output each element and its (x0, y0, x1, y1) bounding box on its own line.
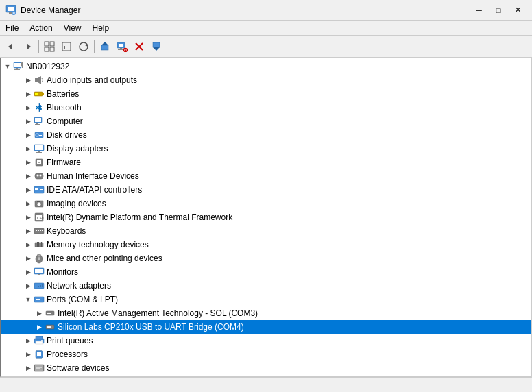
menu-action[interactable]: Action (24, 21, 58, 35)
svg-rect-30 (14, 69, 20, 70)
svg-text:CPU: CPU (37, 216, 45, 220)
menu-view[interactable]: View (58, 21, 87, 35)
svg-rect-89 (42, 284, 43, 287)
expand-keyboards[interactable]: ▶ (23, 225, 34, 236)
tree-item-sound[interactable]: ▶Sound, video and game controllers (1, 375, 531, 377)
svg-rect-106 (37, 352, 41, 356)
expand-display[interactable]: ▶ (23, 143, 34, 154)
svg-rect-52 (38, 151, 40, 152)
expand-firmware[interactable]: ▶ (23, 157, 34, 168)
menu-file[interactable]: File (0, 21, 24, 35)
tree-item-display[interactable]: ▶Display adapters (1, 142, 531, 156)
svg-rect-80 (40, 242, 40, 247)
refresh-button[interactable] (75, 38, 92, 55)
tree-item-software[interactable]: ▶Software devices (1, 361, 531, 375)
remove-device-button[interactable] (131, 38, 147, 55)
tree-item-processors[interactable]: ▶Processors (1, 347, 531, 361)
svg-rect-31 (21, 62, 23, 66)
expand-ports-intel[interactable]: ▶ (34, 308, 45, 319)
update-driver-button[interactable] (97, 38, 113, 55)
tree-item-ports-intel[interactable]: ▶Intel(R) Active Management Technology -… (1, 306, 531, 320)
tree-item-keyboards[interactable]: ▶Keyboards (1, 224, 531, 238)
tree-item-memory[interactable]: ▶Memory technology devices (1, 238, 531, 252)
tree-item-mice[interactable]: ▶Mice and other pointing devices (1, 252, 531, 265)
tree-item-ports[interactable]: ▼Ports (COM & LPT) (1, 293, 531, 306)
tree-item-imaging[interactable]: ▶Imaging devices (1, 197, 531, 210)
expand-sound[interactable]: ▶ (23, 376, 34, 377)
label-keyboards: Keyboards (47, 226, 86, 236)
expand-network[interactable]: ▶ (23, 280, 34, 291)
show-hide-button[interactable] (41, 38, 58, 55)
minimize-button[interactable]: ─ (470, 3, 488, 17)
tree-root[interactable]: ▼ NB0012932 (1, 60, 531, 73)
expand-hid[interactable]: ▶ (23, 171, 34, 182)
label-disk: Disk drives (47, 130, 87, 140)
svg-rect-79 (38, 242, 39, 247)
svg-rect-57 (35, 173, 43, 179)
expand-processors[interactable]: ▶ (23, 349, 34, 360)
svg-rect-86 (35, 269, 43, 273)
root-label: NB0012932 (26, 62, 69, 71)
expand-bluetooth[interactable]: ▶ (23, 102, 34, 113)
tree-item-disk[interactable]: ▶Disk drives (1, 128, 531, 142)
label-monitors: Monitors (47, 267, 78, 277)
svg-rect-77 (36, 242, 36, 247)
tree-item-hid[interactable]: ▶Human Interface Devices (1, 169, 531, 183)
expand-ide[interactable]: ▶ (23, 184, 34, 195)
device-tree[interactable]: ▼ NB0012932 ▶Audio inputs and outputs▶Ba… (0, 58, 532, 377)
tree-item-print[interactable]: ▶Print queues (1, 334, 531, 347)
scan-button[interactable] (114, 38, 130, 55)
forward-button[interactable] (20, 38, 36, 55)
battery-icon (34, 88, 45, 99)
expand-print[interactable]: ▶ (23, 335, 34, 346)
menu-help[interactable]: Help (87, 21, 115, 35)
expand-monitors[interactable]: ▶ (23, 267, 34, 278)
monitor-icon (34, 267, 45, 278)
tree-item-bluetooth[interactable]: ▶Bluetooth (1, 101, 531, 114)
expand-mice[interactable]: ▶ (23, 253, 34, 264)
svg-point-84 (37, 254, 41, 257)
window-controls[interactable]: ─ □ ✕ (470, 3, 527, 17)
expand-imaging[interactable]: ▶ (23, 198, 34, 209)
expand-memory[interactable]: ▶ (23, 239, 34, 250)
svg-rect-61 (35, 188, 38, 190)
ide-icon (34, 184, 45, 195)
svg-rect-49 (39, 135, 42, 136)
svg-rect-78 (37, 242, 38, 247)
svg-rect-72 (38, 230, 39, 231)
processor-icon (34, 349, 45, 360)
svg-rect-28 (14, 63, 21, 67)
tree-item-firmware[interactable]: ▶Firmware (1, 156, 531, 169)
root-expand[interactable]: ▼ (2, 61, 13, 72)
close-button[interactable]: ✕ (509, 3, 527, 17)
tree-item-ide[interactable]: ▶IDE ATA/ATAPI controllers (1, 183, 531, 197)
svg-rect-44 (36, 123, 38, 124)
tree-item-ports-silicon[interactable]: ▶Silicon Labs CP210x USB to UART Bridge … (1, 320, 531, 334)
properties-button[interactable]: i (58, 38, 75, 55)
add-driver-button[interactable] (148, 38, 165, 55)
svg-rect-93 (36, 299, 38, 300)
tree-item-computer[interactable]: ▶Computer (1, 114, 531, 128)
audio-icon (34, 75, 45, 86)
expand-disk[interactable]: ▶ (23, 130, 34, 140)
tree-item-intel[interactable]: ▶CPUIntel(R) Dynamic Platform and Therma… (1, 210, 531, 224)
expand-ports[interactable]: ▼ (23, 294, 34, 305)
main-area: ▼ NB0012932 ▶Audio inputs and outputs▶Ba… (0, 58, 532, 377)
expand-ports-silicon[interactable]: ▶ (34, 321, 45, 332)
tree-item-monitors[interactable]: ▶Monitors (1, 265, 531, 279)
expand-batteries[interactable]: ▶ (23, 88, 34, 99)
tree-item-network[interactable]: ▶Network adapters (1, 279, 531, 293)
tree-item-audio[interactable]: ▶Audio inputs and outputs (1, 73, 531, 87)
expand-computer[interactable]: ▶ (23, 116, 34, 127)
svg-rect-100 (49, 326, 51, 328)
tree-item-batteries[interactable]: ▶Batteries (1, 87, 531, 101)
back-button[interactable] (3, 38, 19, 55)
expand-audio[interactable]: ▶ (23, 75, 34, 86)
bluetooth-icon (34, 102, 45, 113)
svg-rect-33 (35, 78, 38, 82)
maximize-button[interactable]: □ (489, 3, 507, 17)
svg-rect-51 (35, 145, 43, 150)
expand-software[interactable]: ▶ (23, 363, 34, 373)
expand-intel[interactable]: ▶ (23, 212, 34, 223)
svg-line-22 (125, 49, 126, 51)
